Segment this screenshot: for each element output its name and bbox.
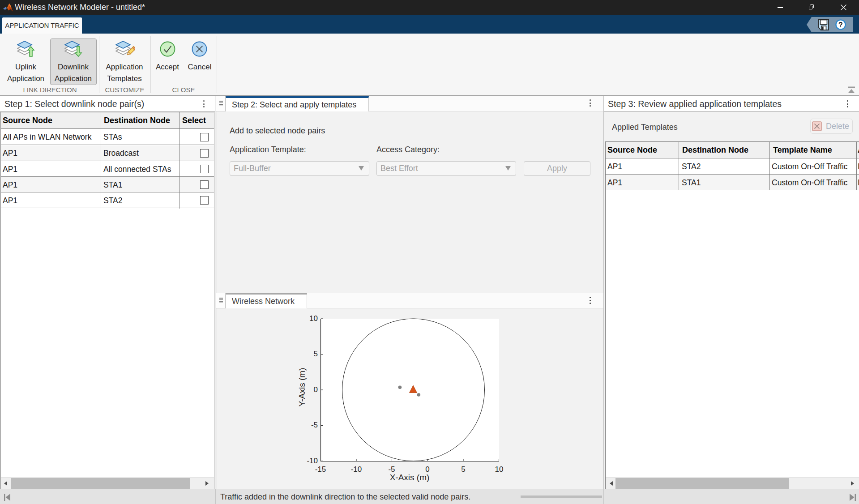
- svg-text:?: ?: [838, 21, 843, 29]
